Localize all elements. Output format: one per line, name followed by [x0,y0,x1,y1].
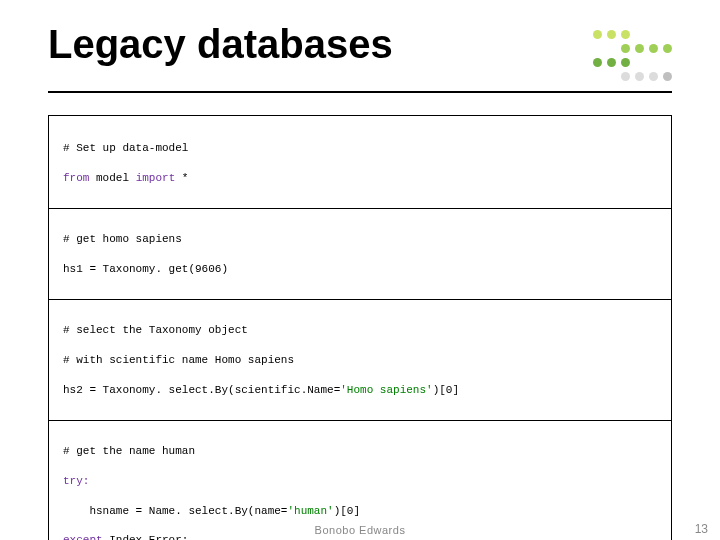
title-row: Legacy databases [48,22,672,81]
dot-icon [663,72,672,81]
dot-icon [621,44,630,53]
code-box: # Set up data-model from model import * … [48,115,672,540]
slide: Legacy databases # Set up data-model fro… [0,0,720,540]
decorative-dot-grid [593,22,672,81]
code-line: # with scientific name Homo sapiens [63,353,657,368]
page-title: Legacy databases [48,22,393,66]
dot-icon [621,72,630,81]
code-line: from model import * [63,171,657,186]
code-divider [49,299,671,300]
code-line: # get the name human [63,444,657,459]
dot-icon [607,58,616,67]
code-line: hs2 = Taxonomy. select.By(scientific.Nam… [63,383,657,398]
dot-icon [593,58,602,67]
dot-icon [649,72,658,81]
dot-icon [635,44,644,53]
dot-icon [621,30,630,39]
footer-center-text: Bonobo Edwards [315,524,406,536]
dot-icon [649,44,658,53]
dot-icon [607,30,616,39]
dot-icon [621,58,630,67]
code-divider [49,420,671,421]
code-line: try: [63,474,657,489]
code-line: # Set up data-model [63,141,657,156]
code-line: # get homo sapiens [63,232,657,247]
code-divider [49,208,671,209]
slide-number: 13 [695,522,708,536]
code-line: # select the Taxonomy object [63,323,657,338]
code-line: hs1 = Taxonomy. get(9606) [63,262,657,277]
dot-icon [663,44,672,53]
code-line: hsname = Name. select.By(name='human')[0… [63,504,657,519]
dot-icon [593,30,602,39]
title-underline [48,91,672,93]
dot-icon [635,72,644,81]
